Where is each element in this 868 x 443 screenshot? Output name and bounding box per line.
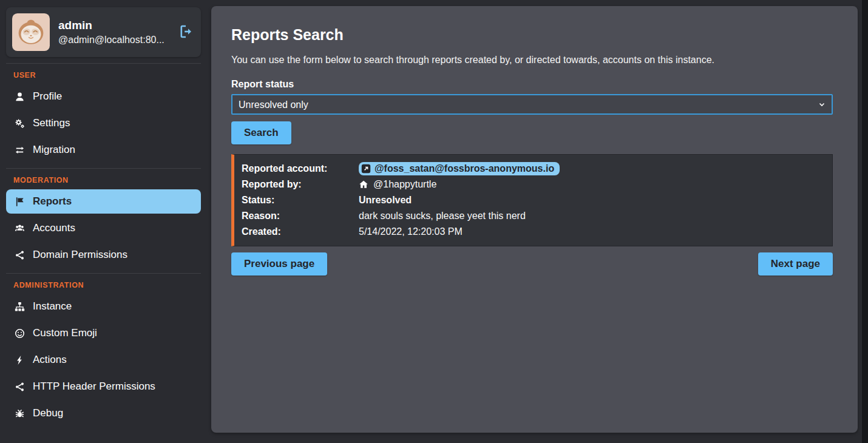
sidebar-item-accounts[interactable]: Accounts [6, 216, 201, 240]
page-title: Reports Search [231, 26, 833, 44]
next-page-button[interactable]: Next page [758, 252, 833, 276]
created-value: 5/14/2022, 12:20:03 PM [359, 226, 463, 237]
page-description: You can use the form below to search thr… [231, 55, 833, 66]
section-title-user: USER [13, 71, 201, 79]
sidebar-item-actions[interactable]: Actions [6, 348, 201, 372]
reported-by-label: Reported by: [242, 179, 359, 190]
report-status-select-wrap: Unresolved only [231, 94, 833, 115]
sidebar-item-settings[interactable]: Settings [6, 111, 201, 135]
user-icon [13, 91, 25, 102]
sidebar-item-instance[interactable]: Instance [6, 294, 201, 319]
sidebar-item-label: Migration [33, 144, 75, 156]
logout-button[interactable] [177, 23, 195, 41]
sidebar-item-custom-emoji[interactable]: Custom Emoji [6, 321, 201, 345]
sidebar-item-label: Accounts [33, 222, 75, 234]
reason-label: Reason: [242, 211, 359, 222]
reported-by-value: @1happyturtle [373, 179, 436, 190]
sidebar-item-label: HTTP Header Permissions [33, 380, 155, 393]
sidebar-item-label: Profile [33, 90, 62, 103]
migration-arrows-icon [13, 144, 25, 155]
flag-icon [13, 196, 25, 207]
reported-account-badge[interactable]: @foss_satan@fossbros-anonymous.io [359, 162, 560, 175]
home-icon [359, 180, 368, 189]
share-nodes-icon [13, 249, 25, 260]
sidebar-item-http-header-permissions[interactable]: HTTP Header Permissions [6, 374, 201, 399]
status-label: Status: [242, 195, 359, 206]
sloth-avatar [12, 13, 50, 51]
sidebar-item-domain-permissions[interactable]: Domain Permissions [6, 243, 201, 267]
reason-value: dark souls sucks, please yeet this nerd [359, 211, 526, 222]
sidebar-item-label: Reports [33, 195, 72, 208]
sidebar: admin @admin@localhost:80... USER Profil… [0, 0, 209, 443]
sidebar-item-reports[interactable]: Reports [6, 189, 201, 214]
section-title-moderation: MODERATION [13, 176, 201, 184]
sitemap-icon [13, 301, 25, 312]
user-info: admin @admin@localhost:80... [58, 19, 164, 46]
report-row-reason: Reason: dark souls sucks, please yeet th… [242, 208, 825, 224]
sidebar-item-debug[interactable]: Debug [6, 401, 201, 425]
smiley-icon [13, 328, 25, 339]
user-card[interactable]: admin @admin@localhost:80... [6, 7, 201, 57]
reports-search-panel: Reports Search You can use the form belo… [211, 6, 858, 433]
section-title-administration: ADMINISTRATION [13, 281, 201, 289]
reported-account-value: @foss_satan@fossbros-anonymous.io [375, 163, 554, 174]
report-row-reported-account: Reported account: @foss_satan@fossbros-a… [242, 161, 825, 177]
reported-account-label: Reported account: [242, 163, 359, 174]
previous-page-button[interactable]: Previous page [231, 252, 327, 276]
main-area: Reports Search You can use the form belo… [209, 0, 862, 443]
report-row-reported-by: Reported by: @1happyturtle [242, 177, 825, 192]
user-handle: @admin@localhost:80... [58, 35, 164, 46]
report-status-label: Report status [231, 79, 833, 90]
users-icon [13, 223, 25, 234]
report-status-select[interactable]: Unresolved only [231, 94, 833, 115]
sidebar-divider [6, 168, 201, 169]
report-row-status: Status: Unresolved [242, 192, 825, 208]
status-value: Unresolved [359, 195, 412, 206]
sidebar-item-label: Instance [33, 300, 72, 313]
sidebar-divider [6, 273, 201, 274]
scrollbar-track[interactable] [862, 0, 868, 443]
sign-out-icon [178, 24, 193, 39]
sidebar-item-profile[interactable]: Profile [6, 84, 201, 109]
sidebar-divider [6, 63, 201, 64]
pagination: Previous page Next page [231, 252, 833, 276]
user-name: admin [58, 19, 164, 32]
bolt-icon [13, 354, 25, 365]
report-card[interactable]: Reported account: @foss_satan@fossbros-a… [231, 154, 833, 246]
report-row-created: Created: 5/14/2022, 12:20:03 PM [242, 224, 825, 240]
search-button[interactable]: Search [231, 121, 291, 144]
sidebar-item-label: Settings [33, 117, 70, 129]
sidebar-item-label: Debug [33, 407, 63, 419]
share-nodes-icon [13, 381, 25, 392]
sidebar-item-label: Domain Permissions [33, 249, 127, 261]
created-label: Created: [242, 226, 359, 237]
bug-icon [13, 408, 25, 419]
sidebar-item-label: Custom Emoji [33, 327, 97, 339]
sidebar-item-label: Actions [33, 354, 67, 366]
sidebar-item-migration[interactable]: Migration [6, 138, 201, 162]
external-link-icon [361, 164, 371, 174]
gears-icon [13, 118, 25, 129]
